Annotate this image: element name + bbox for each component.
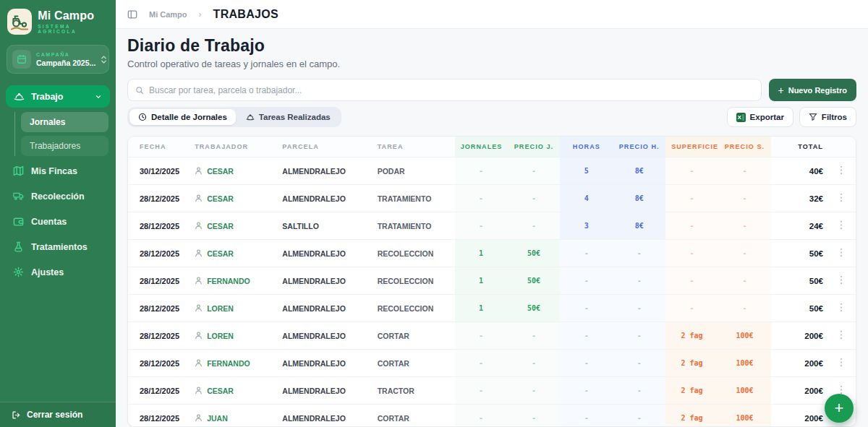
campaign-selector[interactable]: CAMPAÑA Campaña 2025... bbox=[7, 45, 109, 74]
cell-precio-s-: - bbox=[718, 185, 771, 212]
cell-jornales: - bbox=[455, 350, 508, 377]
row-menu-kebab-icon[interactable] bbox=[840, 220, 843, 230]
cell-superficie: - bbox=[665, 240, 718, 267]
cell-superficie: - bbox=[665, 185, 718, 212]
tab-tareas-realizadas[interactable]: Tareas Realizadas bbox=[237, 109, 339, 125]
cell-precio-h-: - bbox=[613, 240, 665, 267]
tab-detalle-de-jornales[interactable]: Detalle de Jornales bbox=[129, 109, 236, 125]
cell-horas: - bbox=[560, 377, 613, 405]
column-header-total: TOTAL bbox=[771, 137, 827, 158]
cell-total: 50€ bbox=[771, 240, 827, 267]
column-header-precio-j-: PRECIO J. bbox=[508, 137, 561, 158]
cell-tarea: RECOLECCION bbox=[372, 240, 455, 267]
person-icon bbox=[195, 387, 203, 394]
work-log-table-card: FECHATRABAJADORPARCELATAREAJORNALESPRECI… bbox=[127, 136, 856, 427]
sidebar-item-trabajadores[interactable]: Trabajadores bbox=[21, 136, 109, 156]
cell-trabajador: CESAR bbox=[189, 185, 276, 212]
sidebar-item-recolección[interactable]: Recolección bbox=[3, 184, 113, 208]
cell-precio-j-: - bbox=[508, 405, 561, 427]
cell-parcela: SALTILLO bbox=[276, 212, 371, 240]
tab-label: Tareas Realizadas bbox=[259, 113, 331, 121]
filters-label: Filtros bbox=[822, 113, 847, 121]
table-row[interactable]: 30/12/2025CESARALMENDRALEJOPODAR--58€--4… bbox=[128, 158, 856, 185]
sidebar-item-cuentas[interactable]: Cuentas bbox=[3, 210, 113, 233]
table-row[interactable]: 28/12/2025FERNANDOALMENDRALEJOCORTAR----… bbox=[128, 350, 856, 377]
logout-label: Cerrar sesión bbox=[27, 410, 82, 420]
fab-add-button[interactable]: + bbox=[825, 394, 854, 423]
person-icon bbox=[195, 277, 203, 285]
cell-trabajador: JUAN bbox=[189, 405, 276, 427]
cell-total: 24€ bbox=[771, 212, 827, 240]
cell-precio-h-: - bbox=[613, 267, 665, 295]
cell-trabajador: CESAR bbox=[189, 377, 276, 405]
brand-subtitle: SISTEMA AGRÍCOLA bbox=[38, 24, 109, 34]
trabajo-submenu: Jornales Trabajadores bbox=[14, 112, 109, 156]
flask-icon bbox=[13, 241, 24, 252]
cell-precio-j-: - bbox=[508, 212, 561, 240]
sidebar-item-trabajo[interactable]: Trabajo bbox=[6, 85, 110, 108]
sidebar-item-jornales[interactable]: Jornales bbox=[21, 112, 109, 132]
cell-parcela: ALMENDRALEJO bbox=[276, 377, 371, 405]
logout-button[interactable]: Cerrar sesión bbox=[0, 402, 116, 427]
row-menu-kebab-icon[interactable] bbox=[840, 303, 843, 312]
cell-precio-h-: - bbox=[613, 295, 665, 322]
cell-total: 200€ bbox=[771, 377, 827, 405]
table-row[interactable]: 28/12/2025CESARALMENDRALEJOTRACTOR----2 … bbox=[128, 377, 856, 405]
row-menu-kebab-icon[interactable] bbox=[840, 358, 843, 367]
row-menu-kebab-icon[interactable] bbox=[840, 165, 843, 175]
cell-actions bbox=[827, 350, 856, 377]
cell-trabajador: FERNANDO bbox=[189, 350, 276, 377]
cell-jornales: 1 bbox=[455, 240, 508, 267]
cell-tarea: TRACTOR bbox=[372, 377, 455, 405]
cell-horas: 4 bbox=[560, 185, 613, 212]
search-input[interactable] bbox=[149, 85, 754, 95]
row-menu-kebab-icon[interactable] bbox=[840, 385, 843, 394]
cell-horas: - bbox=[560, 405, 613, 427]
cell-fecha: 28/12/2025 bbox=[128, 322, 189, 350]
table-row[interactable]: 28/12/2025CESARSALTILLOTRATAMIENTO--38€-… bbox=[128, 212, 856, 240]
row-menu-kebab-icon[interactable] bbox=[840, 248, 843, 257]
excel-icon: X bbox=[736, 113, 746, 122]
cell-tarea: RECOLECCION bbox=[372, 267, 455, 295]
cell-horas: - bbox=[560, 322, 613, 350]
table-row[interactable]: 28/12/2025CESARALMENDRALEJORECOLECCION15… bbox=[128, 240, 856, 267]
export-button[interactable]: X Exportar bbox=[727, 107, 793, 127]
table-row[interactable]: 28/12/2025LORENALMENDRALEJOCORTAR----2 f… bbox=[128, 322, 856, 350]
sidebar-toggle-icon[interactable] bbox=[127, 9, 137, 20]
row-menu-kebab-icon[interactable] bbox=[840, 330, 843, 340]
cell-superficie: - bbox=[665, 267, 718, 295]
table-body: 30/12/2025CESARALMENDRALEJOPODAR--58€--4… bbox=[128, 158, 856, 427]
table-row[interactable]: 28/12/2025JUANALMENDRALEJOCORTAR----2 fa… bbox=[128, 405, 856, 427]
new-record-button[interactable]: + Nuevo Registro bbox=[769, 79, 856, 101]
filters-button[interactable]: Filtros bbox=[799, 107, 856, 127]
cell-jornales: 1 bbox=[455, 267, 508, 295]
cell-precio-s-: 100€ bbox=[718, 405, 771, 427]
cell-precio-j-: - bbox=[508, 158, 561, 185]
sidebar-item-tratamientos[interactable]: Tratamientos bbox=[3, 235, 113, 259]
table-row[interactable]: 28/12/2025CESARALMENDRALEJOTRATAMIENTO--… bbox=[128, 185, 856, 212]
sidebar-item-ajustes[interactable]: Ajustes bbox=[3, 260, 113, 284]
cell-trabajador: CESAR bbox=[189, 240, 276, 267]
gear-icon bbox=[13, 267, 24, 277]
cell-horas: - bbox=[560, 240, 613, 267]
cell-horas: 5 bbox=[560, 158, 613, 185]
cell-precio-j-: - bbox=[508, 350, 561, 377]
row-menu-kebab-icon[interactable] bbox=[840, 193, 843, 202]
truck-icon bbox=[13, 191, 24, 202]
content: Diario de Trabajo Control operativo de t… bbox=[116, 29, 868, 427]
table-row[interactable]: 28/12/2025FERNANDOALMENDRALEJORECOLECCIO… bbox=[128, 267, 856, 295]
search-row: + Nuevo Registro bbox=[127, 79, 856, 101]
cell-jornales: 1 bbox=[455, 295, 508, 322]
row-menu-kebab-icon[interactable] bbox=[840, 275, 843, 285]
sidebar-item-mis-fincas[interactable]: Mis Fincas bbox=[3, 159, 113, 183]
worker-name: LOREN bbox=[207, 304, 234, 313]
cell-tarea: RECOLECCION bbox=[372, 295, 455, 322]
map-icon bbox=[13, 165, 24, 176]
logout-icon bbox=[12, 410, 21, 420]
column-header-jornales: JORNALES bbox=[455, 137, 508, 158]
table-row[interactable]: 28/12/2025LORENALMENDRALEJORECOLECCION15… bbox=[128, 295, 856, 322]
cell-precio-h-: - bbox=[613, 405, 665, 427]
cell-total: 32€ bbox=[771, 185, 827, 212]
search-icon bbox=[135, 86, 144, 95]
breadcrumb-root[interactable]: Mi Campo bbox=[149, 10, 187, 19]
